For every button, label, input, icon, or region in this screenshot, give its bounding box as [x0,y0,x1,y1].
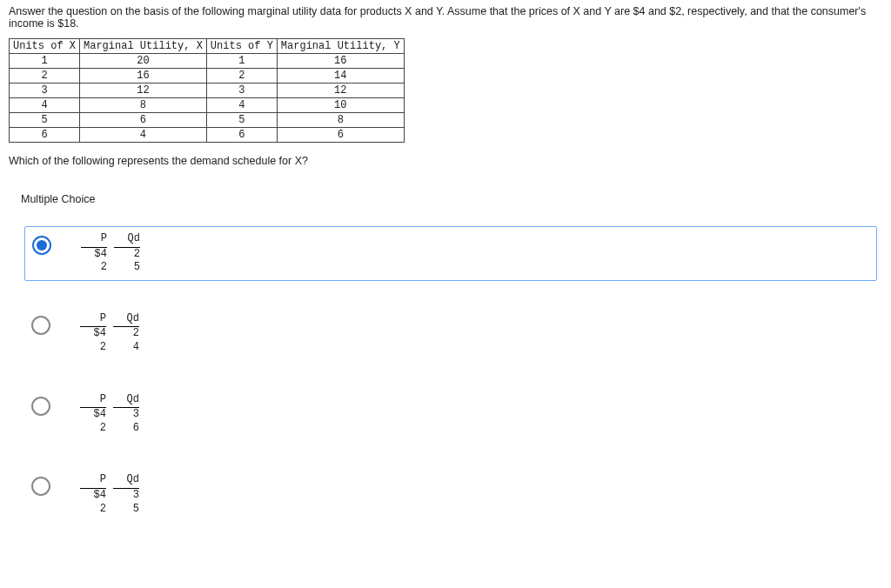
demand-schedule: PQd$4325 [80,473,146,516]
cell-qd: 6 [113,422,139,436]
choice-3[interactable]: PQd$4326 [31,386,882,443]
marginal-utility-table: Units of X Marginal Utility, X Units of … [9,38,405,143]
table-cell: 3 [10,84,80,98]
table-cell: 2 [10,69,80,84]
table-cell: 20 [80,54,207,69]
col-header: Marginal Utility, Y [277,39,404,54]
cell-p: 2 [80,341,106,355]
col-p: P [80,393,106,409]
choice-1[interactable]: PQd$4225 [24,226,877,281]
question-stem: Answer the question on the basis of the … [9,5,882,30]
cell-p: 2 [80,503,106,517]
table-cell: 4 [10,98,80,113]
col-p: P [80,473,106,489]
table-cell: 2 [206,69,277,84]
table-cell: 16 [80,69,207,84]
cell-p: $4 [80,327,106,341]
cell-qd: 5 [113,503,139,517]
table-cell: 5 [10,113,80,128]
table-cell: 14 [277,69,404,84]
cell-p: 2 [81,261,107,275]
table-cell: 12 [277,84,404,98]
table-cell: 16 [277,54,404,69]
table-cell: 8 [80,98,207,113]
table-cell: 6 [10,128,80,143]
table-cell: 5 [206,113,277,128]
choice-4[interactable]: PQd$4325 [31,466,882,523]
table-cell: 1 [10,54,80,69]
demand-schedule: PQd$4326 [80,393,146,436]
col-qd: Qd [113,473,139,489]
table-cell: 4 [206,98,277,113]
table-cell: 4 [80,128,207,143]
cell-qd: 4 [113,341,139,355]
radio-choice-4[interactable] [31,477,50,496]
cell-p: $4 [81,248,107,262]
cell-qd: 3 [113,408,139,422]
col-header: Units of X [10,39,80,54]
table-cell: 12 [80,84,207,98]
col-p: P [80,312,106,328]
sub-question: Which of the following represents the de… [9,155,882,167]
table-cell: 1 [206,54,277,69]
cell-qd: 2 [113,327,139,341]
col-qd: Qd [113,393,139,409]
radio-choice-2[interactable] [31,316,50,335]
table-cell: 6 [277,128,404,143]
col-header: Marginal Utility, X [80,39,207,54]
cell-qd: 5 [114,261,140,275]
table-cell: 8 [277,113,404,128]
cell-qd: 2 [114,248,140,262]
choice-2[interactable]: PQd$4224 [31,305,882,362]
cell-p: 2 [80,422,106,436]
table-cell: 6 [80,113,207,128]
cell-qd: 3 [113,489,139,503]
cell-p: $4 [80,489,106,503]
radio-choice-1[interactable] [32,236,51,255]
table-cell: 6 [206,128,277,143]
multiple-choice-label: Multiple Choice [21,193,882,205]
radio-choice-3[interactable] [31,397,50,416]
col-qd: Qd [114,232,140,248]
col-header: Units of Y [206,39,277,54]
cell-p: $4 [80,408,106,422]
col-qd: Qd [113,312,139,328]
demand-schedule: PQd$4224 [80,312,146,355]
col-p: P [81,232,107,248]
table-cell: 10 [277,98,404,113]
table-cell: 3 [206,84,277,98]
demand-schedule: PQd$4225 [81,232,147,275]
